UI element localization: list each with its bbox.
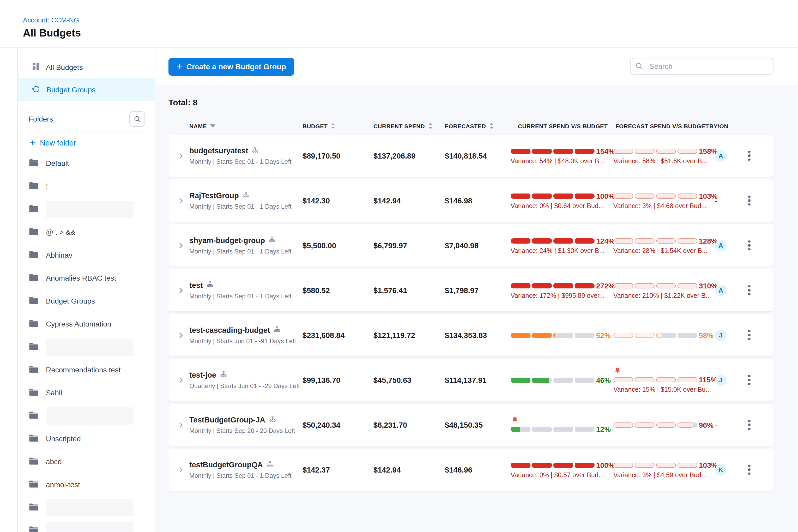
- expand-chevron-icon[interactable]: [169, 466, 189, 474]
- forecasted-amount: $114,137.91: [445, 376, 511, 384]
- sidebar-item-budget-groups[interactable]: Budget Groups: [18, 78, 155, 101]
- search-input[interactable]: [630, 58, 774, 75]
- by-on-cell: A: [714, 150, 742, 162]
- forecast-variance-text: Variance: 3% | $4.68 over Bud...: [613, 202, 707, 209]
- folder-icon: [29, 273, 39, 283]
- budget-group-row[interactable]: budgetsuryatestMonthly | Starts Sep 01 -…: [169, 135, 774, 177]
- forecast-vs-budget-cell: 58%: [613, 331, 714, 339]
- column-header-by-on: BY/ON: [709, 123, 742, 129]
- column-header-name[interactable]: NAME: [189, 123, 303, 129]
- column-header-budget[interactable]: BUDGET: [303, 122, 374, 129]
- folder-search-button[interactable]: [129, 111, 145, 127]
- forecast-vs-budget-cell: 158%Variance: 58% | $51.6K over B...: [613, 147, 714, 165]
- hierarchy-icon: [269, 415, 276, 424]
- expand-chevron-icon[interactable]: [169, 241, 189, 250]
- folder-item[interactable]: [18, 519, 155, 532]
- account-breadcrumb[interactable]: Account: CCM-NG: [23, 16, 79, 24]
- by-on-cell: A: [714, 285, 742, 296]
- forecasted-amount: $48,150.35: [445, 421, 511, 429]
- folder-label: @ . > &&: [46, 228, 75, 236]
- forecast-variance-text: Variance: 58% | $51.6K over B...: [613, 157, 707, 165]
- folder-item[interactable]: Cypress Automation: [18, 312, 155, 335]
- forecast-variance-text: Variance: 28% | $1.54K over B...: [613, 247, 707, 254]
- budget-schedule: Monthly | Starts Sep 01 - 1 Days Left: [189, 472, 303, 479]
- current-vs-budget-cell: 272%Variance: 172% | $995.89 over...: [511, 281, 613, 299]
- kebab-menu-icon[interactable]: [746, 283, 752, 298]
- budget-group-name[interactable]: test: [189, 281, 203, 289]
- budget-group-name[interactable]: test-cascading-budget: [189, 326, 270, 334]
- kebab-menu-icon[interactable]: [746, 373, 752, 387]
- folder-item[interactable]: Abhinav: [18, 244, 155, 267]
- budget-amount: $5,500.00: [303, 241, 374, 250]
- current-spend-progress-bar: [511, 283, 594, 288]
- budget-amount: $89,170.50: [303, 152, 374, 160]
- folders-heading: Folders: [29, 115, 53, 123]
- budget-group-row[interactable]: shyam-budget-groupMonthly | Starts Sep 0…: [169, 224, 774, 267]
- folder-item[interactable]: anmol-test: [18, 473, 155, 496]
- folder-item[interactable]: Default: [18, 152, 155, 175]
- folder-item[interactable]: [18, 404, 155, 427]
- folder-item[interactable]: Anomalies RBAC test: [18, 267, 155, 289]
- current-spend-amount: $121,119.72: [374, 331, 445, 339]
- hierarchy-icon: [267, 460, 273, 469]
- budget-group-row[interactable]: test-cascading-budgetMonthly | Starts Ju…: [169, 314, 774, 356]
- budget-group-name[interactable]: test-joe: [189, 370, 216, 379]
- folder-icon: [29, 181, 39, 191]
- table-header: NAME BUDGET CURRENT SPEND FORECASTED CUR…: [169, 122, 774, 129]
- budget-group-row[interactable]: RajTestGroupMonthly | Starts Sep 01 - 1 …: [169, 179, 774, 222]
- budget-group-row[interactable]: TestBudgetGroup-JAMonthly | Starts Sep 2…: [169, 404, 774, 446]
- sidebar-item-all-budgets[interactable]: All Budgets: [18, 56, 155, 78]
- folder-item[interactable]: @ . > &&: [18, 221, 155, 244]
- folder-item[interactable]: Recommendations test: [18, 358, 155, 381]
- expand-chevron-icon[interactable]: [169, 376, 189, 384]
- name-cell: TestBudgetGroup-JAMonthly | Starts Sep 2…: [189, 415, 303, 434]
- expand-chevron-icon[interactable]: [169, 421, 189, 429]
- plus-icon: +: [30, 139, 35, 147]
- folder-item[interactable]: abcd: [18, 450, 155, 473]
- budget-group-name[interactable]: testBudgetGroupQA: [189, 460, 263, 469]
- budget-group-row[interactable]: test-joeQuarterly | Starts Jun 01 - -29 …: [169, 359, 774, 401]
- budget-group-name[interactable]: budgetsuryatest: [189, 146, 248, 155]
- sort-icon: [489, 122, 494, 129]
- folder-item[interactable]: [18, 496, 155, 519]
- budget-group-name[interactable]: RajTestGroup: [189, 191, 239, 200]
- expand-chevron-icon[interactable]: [169, 196, 189, 205]
- folder-item[interactable]: [18, 335, 155, 358]
- column-header-current-spend[interactable]: CURRENT SPEND: [374, 122, 445, 129]
- forecast-variance-text: Variance: 3% | $4.59 over Bud...: [613, 471, 707, 478]
- kebab-menu-icon[interactable]: [746, 418, 752, 432]
- forecast-variance-text: Variance: 210% | $1.22K over B...: [613, 292, 711, 299]
- budget-group-name[interactable]: shyam-budget-group: [189, 236, 265, 244]
- expand-chevron-icon[interactable]: [169, 286, 189, 294]
- budget-group-name[interactable]: TestBudgetGroup-JA: [189, 415, 265, 424]
- name-cell: test-cascading-budgetMonthly | Starts Ju…: [189, 326, 303, 344]
- budget-group-row[interactable]: testBudgetGroupQAMonthly | Starts Sep 01…: [169, 449, 774, 491]
- expand-chevron-icon[interactable]: [169, 152, 189, 160]
- by-on-cell: A: [714, 240, 742, 251]
- sort-icon: [428, 122, 433, 129]
- column-header-forecast-vs-budget: FORECAST SPEND V/S BUDGET: [613, 123, 714, 129]
- folder-icon: [29, 319, 39, 329]
- folder-icon: [29, 296, 39, 306]
- folder-item[interactable]: [18, 198, 155, 221]
- folder-item[interactable]: !: [18, 175, 155, 198]
- budget-group-row[interactable]: testMonthly | Starts Sep 01 - 1 Days Lef…: [169, 269, 774, 311]
- kebab-menu-icon[interactable]: [746, 328, 752, 342]
- current-vs-budget-cell: 12%: [511, 416, 613, 433]
- current-spend-amount: $137,206.89: [374, 152, 445, 160]
- column-header-forecasted[interactable]: FORECASTED: [445, 122, 511, 129]
- kebab-menu-icon[interactable]: [746, 239, 752, 253]
- kebab-menu-icon[interactable]: [746, 463, 752, 477]
- redacted-folder-label: [46, 201, 134, 218]
- folder-item[interactable]: Budget Groups: [18, 289, 155, 312]
- folder-item[interactable]: Sahil: [18, 381, 155, 404]
- folder-item[interactable]: Unscripted: [18, 427, 155, 450]
- new-folder-label: New folder: [40, 139, 76, 147]
- row-menu-cell: [742, 149, 774, 163]
- forecasted-amount: $140,818.54: [445, 152, 511, 160]
- expand-chevron-icon[interactable]: [169, 331, 189, 339]
- create-budget-group-button[interactable]: + Create a new Budget Group: [169, 58, 294, 76]
- new-folder-button[interactable]: + New folder: [18, 135, 155, 151]
- kebab-menu-icon[interactable]: [746, 149, 752, 163]
- kebab-menu-icon[interactable]: [746, 193, 752, 208]
